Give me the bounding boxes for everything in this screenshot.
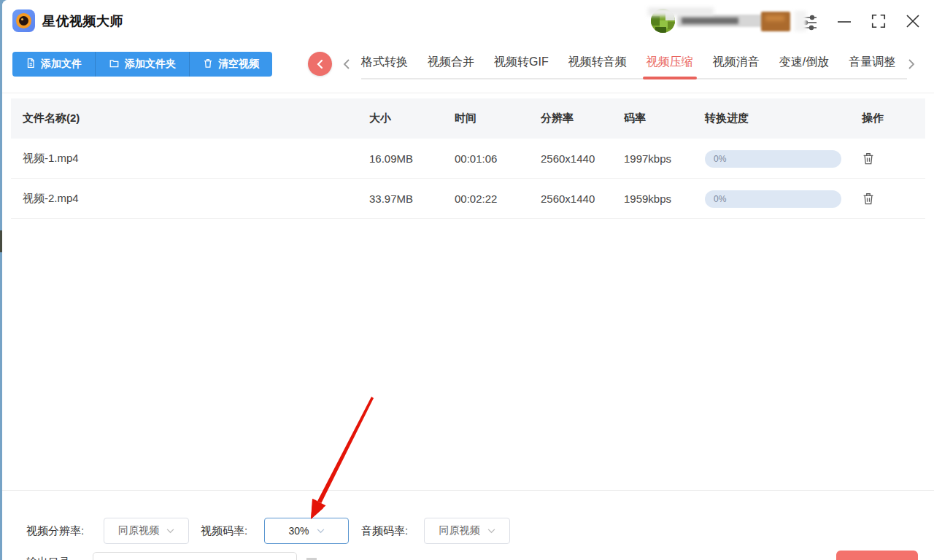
- chevron-down-icon: [166, 529, 174, 534]
- username-blurred: [677, 15, 763, 27]
- maximize-button[interactable]: [871, 13, 887, 29]
- table-header-row: 文件名称(2) 大小 时间 分辨率 码率 转换进度 操作: [11, 98, 925, 139]
- output-dir-label: 输出目录:: [26, 556, 73, 560]
- blur-patch: [795, 11, 806, 31]
- file-resolution: 2560x1440: [541, 139, 595, 179]
- add-file-button[interactable]: 添加文件: [12, 52, 96, 77]
- output-dir-input[interactable]: [93, 552, 297, 560]
- collapse-tabs-button[interactable]: [308, 52, 332, 76]
- file-name: 视频-1.mp4: [23, 139, 79, 179]
- tab-volume-adjust[interactable]: 音量调整: [849, 55, 895, 70]
- file-icon: [26, 58, 36, 71]
- progress-value: 0%: [714, 154, 726, 164]
- progress-bar: 0%: [705, 179, 841, 219]
- file-size: 16.09MB: [369, 139, 413, 179]
- tabs-scroll-left-icon[interactable]: [342, 58, 352, 70]
- vip-badge-blurred[interactable]: [761, 12, 790, 31]
- tab-speed-reverse[interactable]: 变速/倒放: [779, 55, 829, 70]
- bitrate-value: 30%: [288, 525, 309, 537]
- header-resolution: 分辨率: [541, 98, 574, 139]
- file-name: 视频-2.mp4: [23, 179, 79, 219]
- tab-format-convert[interactable]: 格式转换: [361, 55, 408, 70]
- delete-file-button[interactable]: [862, 179, 875, 219]
- app-logo-icon: [12, 9, 35, 32]
- table-row: 视频-1.mp4 16.09MB 00:01:06 2560x1440 1997…: [11, 139, 925, 179]
- file-bitrate: 1997kbps: [624, 139, 671, 179]
- tab-video-compress[interactable]: 视频压缩: [647, 55, 693, 70]
- delete-file-button[interactable]: [862, 139, 875, 179]
- progress-bar: 0%: [705, 139, 841, 179]
- tabs-scroll-right-icon[interactable]: [907, 58, 917, 70]
- resolution-label: 视频分辨率:: [26, 524, 84, 538]
- start-compress-button[interactable]: [836, 551, 918, 560]
- header-progress: 转换进度: [705, 98, 749, 139]
- header-action: 操作: [862, 98, 884, 139]
- bitrate-label: 视频码率:: [201, 524, 247, 538]
- tab-video-to-audio[interactable]: 视频转音频: [568, 55, 627, 70]
- trash-icon: [862, 192, 875, 206]
- folder-icon: [109, 58, 120, 71]
- bitrate-select[interactable]: 30%: [264, 518, 349, 544]
- progress-value: 0%: [714, 194, 726, 204]
- resolution-select[interactable]: 同原视频: [104, 518, 189, 544]
- header-bitrate: 码率: [624, 98, 646, 139]
- chevron-down-icon: [317, 529, 325, 534]
- app-title: 星优视频大师: [42, 12, 123, 30]
- titlebar: 星优视频大师: [2, 0, 934, 42]
- tab-video-to-gif[interactable]: 视频转GIF: [494, 55, 549, 70]
- file-duration: 00:01:06: [455, 139, 497, 179]
- trash-icon: [862, 152, 875, 166]
- divider: [2, 93, 934, 93]
- header-filename: 文件名称(2): [23, 98, 80, 139]
- tab-video-merge[interactable]: 视频合并: [428, 55, 474, 70]
- table-row: 视频-2.mp4 33.97MB 00:02:22 2560x1440 1959…: [11, 179, 925, 219]
- header-time: 时间: [455, 98, 476, 139]
- trash-icon: [203, 58, 213, 71]
- file-bitrate: 1959kbps: [624, 179, 671, 219]
- desktop-edge: [0, 0, 2, 560]
- audio-bitrate-label: 音频码率:: [361, 524, 408, 538]
- app-window: 星优视频大师: [2, 0, 934, 560]
- add-folder-label: 添加文件夹: [125, 58, 176, 71]
- header-size: 大小: [369, 98, 391, 139]
- feature-tabs: 格式转换 视频合并 视频转GIF 视频转音频 视频压缩 视频消音 变速/倒放 音…: [361, 55, 907, 79]
- file-resolution: 2560x1440: [541, 179, 595, 219]
- chevron-left-icon: [316, 59, 325, 69]
- add-folder-button[interactable]: 添加文件夹: [96, 52, 190, 77]
- close-button[interactable]: [904, 12, 922, 30]
- file-size: 33.97MB: [369, 179, 413, 219]
- toolbar: 添加文件 添加文件夹 清空视频: [12, 52, 272, 77]
- clear-videos-button[interactable]: 清空视频: [190, 52, 272, 77]
- chevron-down-icon: [487, 529, 495, 534]
- add-file-label: 添加文件: [41, 58, 82, 71]
- file-table: 文件名称(2) 大小 时间 分辨率 码率 转换进度 操作 视频-1.mp4 16…: [11, 98, 925, 219]
- resolution-value: 同原视频: [118, 524, 159, 537]
- audio-bitrate-value: 同原视频: [439, 524, 480, 537]
- minimize-button[interactable]: [836, 15, 852, 29]
- file-duration: 00:02:22: [455, 179, 497, 219]
- audio-bitrate-select[interactable]: 同原视频: [424, 518, 510, 544]
- clear-videos-label: 清空视频: [218, 58, 259, 71]
- tab-video-mute[interactable]: 视频消音: [713, 55, 760, 70]
